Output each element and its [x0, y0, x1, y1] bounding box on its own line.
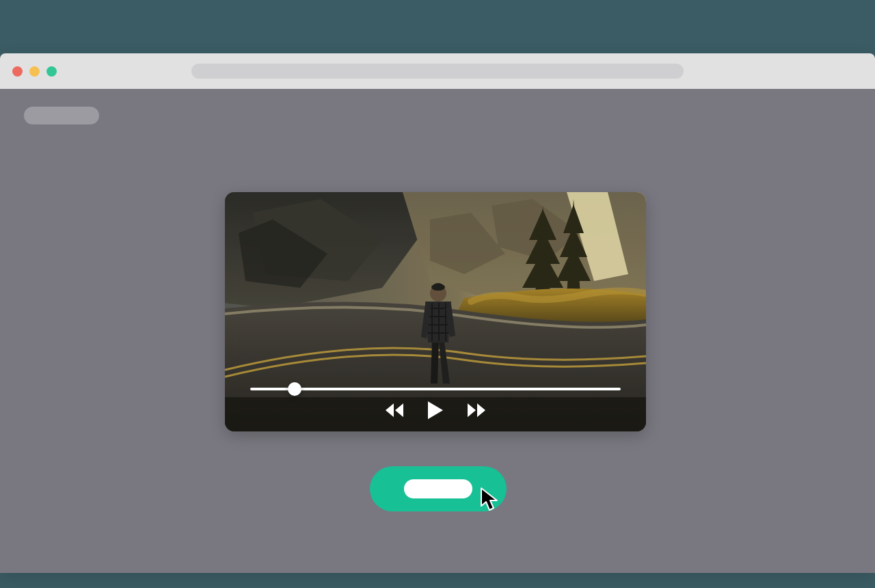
page-viewport	[0, 89, 875, 573]
progress-bar[interactable]	[250, 388, 621, 390]
fast-forward-button[interactable]	[465, 402, 488, 418]
cta-button[interactable]	[370, 466, 507, 511]
title-bar	[0, 53, 875, 89]
close-window-button[interactable]	[12, 66, 23, 77]
maximize-window-button[interactable]	[46, 66, 57, 77]
video-player[interactable]	[225, 192, 646, 431]
video-controls	[225, 349, 646, 431]
play-button[interactable]	[427, 400, 444, 420]
rewind-button[interactable]	[383, 402, 406, 418]
traffic-lights	[12, 66, 57, 77]
browser-window	[0, 53, 875, 573]
address-bar[interactable]	[191, 64, 684, 79]
play-icon	[427, 400, 444, 420]
page-title-placeholder	[24, 107, 99, 124]
minimize-window-button[interactable]	[29, 66, 40, 77]
rewind-icon	[383, 402, 406, 418]
fast-forward-icon	[465, 402, 488, 418]
progress-thumb[interactable]	[288, 382, 301, 396]
transport-controls	[383, 400, 488, 420]
cta-label-placeholder	[404, 479, 472, 498]
